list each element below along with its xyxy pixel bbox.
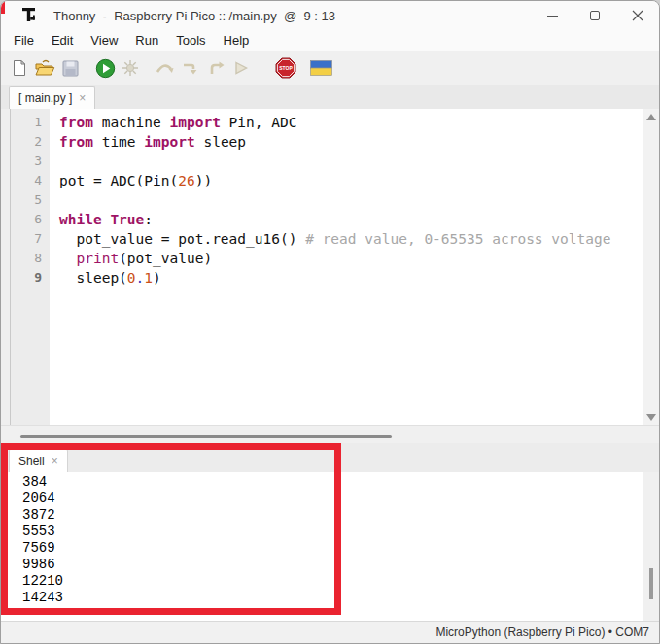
toolbar: STOP (1, 51, 659, 85)
resume-icon (228, 55, 254, 81)
menu-item-run[interactable]: Run (126, 33, 167, 48)
code-line[interactable]: sleep(0.1) (59, 268, 643, 288)
code-line[interactable]: from time import sleep (59, 132, 643, 152)
step-into-icon (178, 55, 203, 81)
window-controls (531, 1, 659, 30)
line-number: 4 (11, 171, 50, 190)
stop-restart-icon[interactable]: STOP (273, 55, 298, 81)
code-line[interactable]: pot_value = pot.read_u16() # read value,… (59, 229, 643, 249)
editor-left-margin (1, 109, 11, 425)
line-number: 8 (11, 249, 50, 268)
menu-item-edit[interactable]: Edit (43, 33, 82, 48)
line-number: 5 (11, 190, 50, 210)
scroll-down-icon[interactable] (646, 414, 656, 421)
shell-line: 12210 (22, 573, 643, 590)
tab-label: [ main.py ] (18, 91, 72, 105)
line-number: 6 (11, 210, 50, 229)
code-line[interactable] (59, 152, 643, 171)
menu-item-tools[interactable]: Tools (167, 33, 214, 48)
line-number: 2 (11, 132, 50, 152)
run-script-icon[interactable] (92, 55, 118, 81)
save-file-icon (57, 55, 83, 81)
shell-tab-bar: Shell × (1, 443, 659, 472)
menu-bar: File Edit View Run Tools Help (1, 30, 659, 51)
code-line[interactable]: print(pot_value) (59, 249, 643, 268)
tab-close-icon[interactable]: × (79, 92, 86, 104)
interpreter-status[interactable]: MicroPython (Raspberry Pi Pico) • COM7 (435, 626, 649, 639)
shell-line: 14243 (22, 590, 643, 606)
shell-line: 3872 (22, 507, 643, 524)
shell-output[interactable]: 384206438725553756999861221014243 (1, 472, 643, 621)
shell-tab-label: Shell (18, 455, 45, 468)
debug-script-icon (118, 55, 143, 81)
code-line[interactable] (59, 190, 643, 210)
new-file-icon[interactable] (7, 55, 32, 81)
code-line[interactable]: from machine import Pin, ADC (59, 113, 643, 132)
line-number: 1 (11, 113, 50, 132)
thonny-window: Thonny - Raspberry Pi Pico :: /main.py @… (0, 0, 660, 644)
shell-body: 384206438725553756999861221014243 (1, 472, 659, 621)
menu-item-file[interactable]: File (5, 33, 43, 48)
thonny-app-icon (20, 6, 40, 25)
editor-vertical-scrollbar[interactable] (643, 109, 659, 425)
shell-panel: Shell × 38420643872555375699986122101424… (1, 443, 659, 621)
ukraine-flag-icon[interactable] (308, 55, 333, 81)
editor-code[interactable]: from machine import Pin, ADCfrom time im… (50, 109, 643, 425)
shell-line: 384 (22, 474, 643, 491)
editor-tab-bar: [ main.py ] × (1, 85, 659, 109)
line-number: 3 (11, 152, 50, 171)
line-number: 7 (11, 229, 50, 249)
shell-line: 2064 (22, 491, 643, 507)
svg-text:STOP: STOP (279, 65, 293, 71)
code-line[interactable]: pot = ADC(Pin(26)) (59, 171, 643, 190)
tab-shell[interactable]: Shell × (9, 449, 68, 472)
minimize-icon[interactable] (531, 1, 573, 30)
open-file-icon[interactable] (32, 55, 57, 81)
shell-scroll-thumb[interactable] (649, 568, 653, 599)
editor-horizontal-scrollbar[interactable] (1, 425, 659, 443)
status-bar: MicroPython (Raspberry Pi Pico) • COM7 (1, 621, 659, 643)
shell-line: 5553 (22, 524, 643, 540)
shell-tab-close-icon[interactable]: × (52, 456, 58, 467)
line-number: 9 (11, 268, 50, 288)
scroll-up-icon[interactable] (646, 114, 656, 120)
menu-item-help[interactable]: Help (215, 33, 259, 48)
step-over-icon (153, 55, 178, 81)
editor-gutter: 123456789 (11, 109, 50, 425)
annotation-fragment (1, 1, 5, 14)
window-title: Thonny - Raspberry Pi Pico :: /main.py @… (53, 9, 335, 23)
menu-item-view[interactable]: View (82, 33, 126, 48)
close-icon[interactable] (616, 1, 659, 30)
shell-vertical-scrollbar[interactable] (643, 472, 659, 621)
horizontal-scroll-thumb[interactable] (20, 435, 392, 438)
code-line[interactable]: while True: (59, 210, 643, 229)
code-editor: 123456789 from machine import Pin, ADCfr… (1, 109, 659, 425)
shell-line: 9986 (22, 557, 643, 573)
tab-main-py[interactable]: [ main.py ] × (9, 86, 95, 109)
shell-line: 7569 (22, 540, 643, 557)
title-bar: Thonny - Raspberry Pi Pico :: /main.py @… (1, 1, 659, 30)
maximize-icon[interactable] (573, 1, 616, 30)
step-out-icon (203, 55, 228, 81)
